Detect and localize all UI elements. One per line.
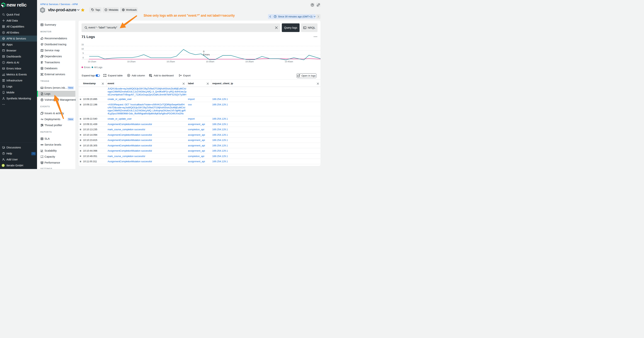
- svg-text:10:30am: 10:30am: [206, 61, 214, 63]
- svg-text:10:25am: 10:25am: [166, 61, 175, 63]
- svg-text:All Logs: All Logs: [94, 66, 102, 69]
- svg-text:10:40am: 10:40am: [285, 61, 293, 63]
- svg-text:Errors: Errors: [84, 66, 90, 69]
- svg-text:5: 5: [83, 52, 84, 54]
- svg-text:10:15am: 10:15am: [88, 61, 96, 63]
- svg-text:10: 10: [81, 48, 84, 50]
- svg-text:Errors: Errors: [203, 53, 210, 56]
- svg-text:0: 0: [83, 57, 84, 59]
- svg-text:10:20am: 10:20am: [127, 61, 136, 63]
- svg-text:10:35am: 10:35am: [245, 61, 254, 63]
- svg-text:0: 0: [203, 50, 204, 53]
- svg-text:15: 15: [81, 44, 84, 46]
